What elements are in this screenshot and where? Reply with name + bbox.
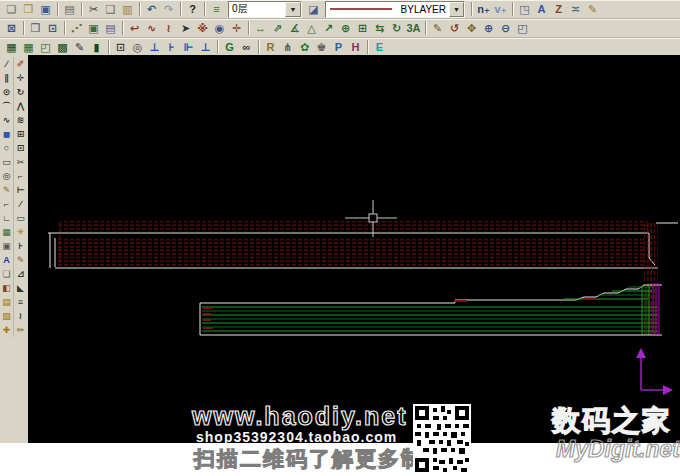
- dim-update-icon[interactable]: ↻: [388, 20, 405, 36]
- dim-angular-icon[interactable]: ∡: [286, 20, 303, 36]
- hatch-edit-icon[interactable]: ※: [194, 20, 211, 36]
- distance-icon[interactable]: ⋰: [68, 20, 85, 36]
- named-views-icon[interactable]: ◳: [516, 1, 533, 17]
- point-icon[interactable]: ✎: [0, 183, 13, 197]
- explode-icon[interactable]: ✳: [14, 225, 27, 239]
- solid-fill-icon[interactable]: ◼: [0, 127, 13, 141]
- table-icon[interactable]: ▤: [0, 295, 13, 309]
- array-icon[interactable]: ⊞: [14, 127, 27, 141]
- list-info-icon[interactable]: ▤: [102, 20, 119, 36]
- spline-icon[interactable]: ∿: [0, 113, 13, 127]
- gradient-icon[interactable]: ▨: [0, 309, 13, 323]
- dim-center-icon[interactable]: ⊕: [337, 20, 354, 36]
- extend-icon[interactable]: ⊢: [14, 183, 27, 197]
- circle-mark-icon[interactable]: ◎: [129, 39, 146, 55]
- weld-symbol-1-icon[interactable]: ⊥: [146, 39, 163, 55]
- polyline-icon[interactable]: ⌐: [0, 197, 13, 211]
- circle-icon[interactable]: ⊙: [0, 85, 13, 99]
- insert-block-icon[interactable]: ◧: [0, 281, 13, 295]
- point-edit-icon[interactable]: ✛: [228, 20, 245, 36]
- custom-pencil-icon[interactable]: ✎: [71, 39, 88, 55]
- construction-line-icon[interactable]: ∥: [0, 71, 13, 85]
- polyline-edit-icon[interactable]: ≀: [160, 20, 177, 36]
- region-icon[interactable]: ▣: [0, 239, 13, 253]
- lengthen-icon[interactable]: ⊦: [14, 239, 27, 253]
- select-icon[interactable]: ➤: [177, 20, 194, 36]
- layer-combo[interactable]: 0层 ▼: [228, 1, 302, 18]
- linetype-combo[interactable]: BYLAYER ▼: [325, 1, 465, 18]
- custom-tool-3-icon[interactable]: ◰: [37, 39, 54, 55]
- table-style-icon[interactable]: ≍: [567, 1, 584, 17]
- weld-symbol-3-icon[interactable]: ⊩: [180, 39, 197, 55]
- region-mass-icon[interactable]: ▣: [85, 20, 102, 36]
- undo-view-icon[interactable]: ↩: [126, 20, 143, 36]
- weld-symbol-4-icon[interactable]: ⊥: [197, 39, 214, 55]
- dim-leader-icon[interactable]: ↗: [320, 20, 337, 36]
- erase-icon[interactable]: ✐: [14, 57, 27, 71]
- stretch-icon[interactable]: ▭: [14, 211, 27, 225]
- dim-style-icon[interactable]: 3A: [405, 20, 422, 36]
- dim-aligned-icon[interactable]: ⇗: [269, 20, 286, 36]
- g-tool-icon[interactable]: G: [221, 39, 238, 55]
- scale-icon[interactable]: ⊿: [14, 267, 27, 281]
- donut-box-icon[interactable]: ⊡: [112, 39, 129, 55]
- p-doc-icon[interactable]: P: [330, 39, 347, 55]
- save-icon[interactable]: ▣: [37, 1, 54, 17]
- redraw-icon[interactable]: ↺: [446, 20, 463, 36]
- viewports-icon[interactable]: ⊠: [3, 20, 20, 36]
- trim-icon[interactable]: ✂: [14, 155, 27, 169]
- layer-tool-icon[interactable]: ✚: [0, 323, 13, 337]
- make-layer-current-icon[interactable]: ◪: [305, 1, 322, 17]
- new-file-icon[interactable]: ❏: [3, 1, 20, 17]
- custom-tool-1-icon[interactable]: ▦: [3, 39, 20, 55]
- custom-tool-4-icon[interactable]: ▩: [54, 39, 71, 55]
- fillet-icon[interactable]: ⌐: [14, 169, 27, 183]
- dim-text-edit-icon[interactable]: ⇆: [371, 20, 388, 36]
- custom-tool-2-icon[interactable]: ▦: [20, 39, 37, 55]
- layers-icon[interactable]: ≡: [208, 1, 225, 17]
- donut-icon[interactable]: ◎: [0, 169, 13, 183]
- text-window-icon[interactable]: ⊡: [44, 20, 61, 36]
- layer-combo-arrow-icon[interactable]: ▼: [285, 2, 301, 17]
- make-block-icon[interactable]: ❏: [0, 267, 13, 281]
- named-views-icon[interactable]: ❒: [27, 20, 44, 36]
- spline-edit-icon[interactable]: ∿: [143, 20, 160, 36]
- text-style-icon[interactable]: A: [533, 1, 550, 17]
- hatch-icon[interactable]: ▦: [0, 225, 13, 239]
- edit-polyline-icon[interactable]: ≀: [14, 309, 27, 323]
- dim-edit-icon[interactable]: ⊞: [354, 20, 371, 36]
- paste-icon[interactable]: ▥: [119, 1, 136, 17]
- spell-check-icon[interactable]: Z: [550, 1, 567, 17]
- zoom-in-icon[interactable]: ⊕: [480, 20, 497, 36]
- match-properties-icon[interactable]: ✎: [429, 20, 446, 36]
- text-icon[interactable]: A: [0, 253, 13, 267]
- undo-icon[interactable]: ↶: [143, 1, 160, 17]
- drawing-canvas[interactable]: [28, 55, 680, 443]
- ucs-origin-icon[interactable]: v₊: [492, 1, 509, 17]
- rectangle-icon[interactable]: ▭: [0, 155, 13, 169]
- copy-icon[interactable]: ❑: [102, 1, 119, 17]
- find-icon[interactable]: ◉: [211, 20, 228, 36]
- match-properties-icon[interactable]: ✎: [14, 253, 27, 267]
- break-icon[interactable]: ∕: [14, 197, 27, 211]
- h-tool-icon[interactable]: H: [347, 39, 364, 55]
- quick-dim-icon[interactable]: △: [303, 20, 320, 36]
- r-doc-icon[interactable]: R: [262, 39, 279, 55]
- linetype-combo-arrow-icon[interactable]: ▼: [449, 2, 464, 17]
- sketch-pad-icon[interactable]: ✎: [584, 1, 601, 17]
- copy-object-icon[interactable]: ⊡: [14, 141, 27, 155]
- glasses-icon[interactable]: ∞: [238, 39, 255, 55]
- edit-hatch-icon[interactable]: ✏: [14, 323, 27, 337]
- leaf-icon[interactable]: ✿: [296, 39, 313, 55]
- pan-icon[interactable]: ✥: [463, 20, 480, 36]
- redo-icon[interactable]: ↷: [160, 1, 177, 17]
- tools-icon[interactable]: ⋔: [279, 39, 296, 55]
- dim-linear-icon[interactable]: ↔: [252, 20, 269, 36]
- cut-icon[interactable]: ✂: [85, 1, 102, 17]
- zoom-window-icon[interactable]: ◰: [514, 20, 531, 36]
- print-icon[interactable]: ▤: [61, 1, 78, 17]
- zoom-out-icon[interactable]: ⊖: [497, 20, 514, 36]
- chamfer-icon[interactable]: ◣: [14, 281, 27, 295]
- arc-icon[interactable]: ⌒: [0, 99, 13, 113]
- ellipse-icon[interactable]: ○: [0, 141, 13, 155]
